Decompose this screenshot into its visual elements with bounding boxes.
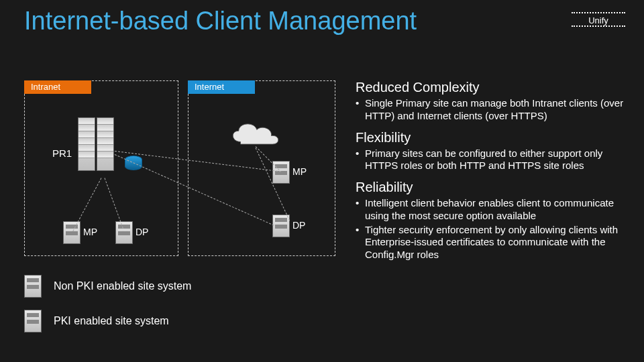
server-icon xyxy=(24,275,42,298)
intranet-mp-server-icon xyxy=(63,221,80,244)
server-icon xyxy=(24,310,42,333)
legend-row-non-pki: Non PKI enabled site system xyxy=(24,275,191,298)
legend-row-pki: PKI enabled site system xyxy=(24,310,191,333)
section-heading-reliability: Reliability xyxy=(356,179,631,196)
intranet-mp-label: MP xyxy=(83,227,97,237)
bullet: Single Primary site can manage both Intr… xyxy=(356,97,631,123)
intranet-zone-label: Intranet xyxy=(24,80,91,94)
bullet: Intelligent client behavior enables clie… xyxy=(356,197,631,223)
slide-title: Internet-based Client Management xyxy=(24,7,417,36)
architecture-diagram: Intranet Internet PR1 MP DP MP DP xyxy=(24,80,346,255)
content-column: Reduced Complexity Single Primary site c… xyxy=(356,79,631,268)
internet-dp-label: DP xyxy=(292,220,305,231)
section-heading-reduced: Reduced Complexity xyxy=(356,79,631,96)
legend-label: Non PKI enabled site system xyxy=(54,280,191,292)
internet-dp-server-icon xyxy=(272,215,290,237)
pr1-label: PR1 xyxy=(52,147,72,159)
intranet-dp-label: DP xyxy=(136,227,148,237)
legend-label: PKI enabled site system xyxy=(54,315,169,327)
internet-zone-label: Internet xyxy=(188,80,255,94)
section-heading-flexibility: Flexibility xyxy=(356,129,631,146)
intranet-dp-server-icon xyxy=(115,221,133,244)
internet-mp-server-icon xyxy=(272,161,290,184)
database-icon xyxy=(125,156,142,173)
primary-site-server-icon xyxy=(78,117,125,178)
unify-badge: Unify xyxy=(572,12,625,27)
legend: Non PKI enabled site system PKI enabled … xyxy=(24,275,191,345)
bullet: Primary sites can be configured to eithe… xyxy=(356,147,631,173)
bullet: Tighter security enforcement by only all… xyxy=(356,224,631,261)
cloud-icon xyxy=(225,117,286,148)
internet-mp-label: MP xyxy=(292,166,307,177)
